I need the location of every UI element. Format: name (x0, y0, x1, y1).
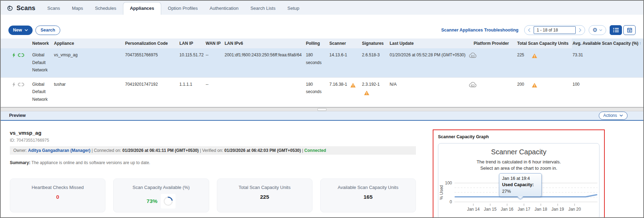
owner-link[interactable]: Aditya Gangadharan (Manager) (28, 148, 90, 153)
card-label: Heartbeat Checks Missed (10, 185, 105, 190)
tab-appliances[interactable]: Appliances (123, 2, 161, 15)
card-label: Scan Capacity Available (%) (114, 185, 208, 190)
summary-line: Summary: The appliance is online and its… (10, 160, 424, 165)
troubleshooting-link[interactable]: Scanner Appliances Troubleshooting (441, 28, 518, 33)
tab-setup[interactable]: Setup (282, 2, 304, 15)
table-row-vs-vmsp-ag[interactable]: Global Default Network vs_vmsp_ag 704735… (1, 48, 643, 77)
chart-plot-area[interactable]: Jan 16 at 19:4 Used Capacity: 27% 1000% … (438, 173, 600, 216)
app-header: Scans Scans Maps Schedules Appliances Op… (1, 1, 643, 15)
svg-text:100: 100 (445, 181, 452, 185)
panel-splitter[interactable] (1, 107, 643, 111)
svg-text:% Used: % Used (439, 185, 444, 200)
verified-on-label: Verified on: (202, 148, 223, 153)
summary-text: The appliance is online and its software… (32, 160, 150, 165)
gear-icon: ⚙ (592, 27, 597, 33)
svg-text:Jan 15: Jan 15 (484, 207, 496, 212)
tab-authentication[interactable]: Authentication (204, 2, 244, 15)
column-signatures[interactable]: Signatures (361, 38, 389, 48)
tab-search-lists[interactable]: Search Lists (245, 2, 281, 15)
cell-scanner: 7.16.38-1 (329, 77, 361, 107)
column-personalization-code[interactable]: Personalization Code (124, 38, 179, 48)
column-platform-provider[interactable]: Platform Provider (467, 38, 516, 48)
appliance-details: vs_vmsp_ag ID: 70473551766975 Owner: Adi… (1, 121, 424, 218)
card-label: Available Scan Capacity Units (321, 185, 416, 190)
pagination-prev-icon[interactable] (525, 28, 534, 32)
svg-text:Jan 17: Jan 17 (518, 207, 530, 212)
separator: | (200, 148, 201, 153)
list-view-button[interactable] (610, 25, 622, 35)
red-annotation-box: Scanner Capacity Graph Scanner Capacity … (433, 129, 605, 218)
tab-scans[interactable]: Scans (42, 2, 65, 15)
column-appliance[interactable]: Appliance (53, 38, 124, 48)
table-row-tushar[interactable]: Global Default Network tushar 7041920174… (1, 77, 643, 107)
appliance-online-bolt-icon (12, 51, 15, 59)
cloud-provider-icon (469, 82, 477, 87)
scanner-capacity-chart-card: Scanner Capacity The trend is calculated… (438, 143, 600, 218)
warning-icon (532, 82, 537, 89)
cell-personalization-code: 70419201747192 (124, 77, 179, 107)
column-avg-label: Avg. Available Scan Capacity (%) (573, 41, 638, 46)
appliance-offline-bolt-icon (12, 81, 15, 89)
tab-bar: Scans Maps Schedules Appliances Option P… (42, 2, 304, 15)
cloud-provider-icon (469, 52, 477, 57)
column-icons (1, 38, 32, 48)
cell-network: Global Default Network (32, 48, 53, 77)
pagination-next-icon[interactable] (576, 28, 585, 32)
calendar-view-icon (627, 28, 632, 33)
search-button[interactable]: Search (35, 26, 61, 35)
appliances-table: Network Appliance Personalization Code L… (1, 38, 643, 107)
column-lan-ipv6[interactable]: LAN IPv6 (224, 38, 305, 48)
settings-gear-button[interactable]: ⚙ (589, 25, 606, 35)
app-window: Scans Scans Maps Schedules Appliances Op… (0, 0, 644, 218)
column-avg-available-capacity[interactable]: Avg. Available Scan Capacity (%)↑ (572, 38, 643, 48)
appliance-id: ID: 70473551766975 (10, 138, 424, 143)
column-lan-ip[interactable]: LAN IP (179, 38, 205, 48)
connected-on-label: Connected on: (94, 148, 121, 153)
cell-lan-ipv6: 2001:df1:f600:2433:250:56ff:feaa:6fa8/64 (224, 48, 305, 77)
cell-wan-ip: -- (205, 77, 224, 107)
scans-logo-icon (6, 5, 14, 12)
new-button[interactable]: New (8, 26, 33, 35)
warning-icon (364, 89, 388, 97)
svg-text:Jan 19: Jan 19 (551, 207, 564, 212)
svg-text:0: 0 (450, 199, 452, 204)
warning-icon (350, 82, 356, 89)
stat-cards: Heartbeat Checks Missed 0 Scan Capacity … (10, 178, 416, 212)
tab-schedules[interactable]: Schedules (90, 2, 122, 15)
svg-text:Jan 16: Jan 16 (501, 207, 513, 212)
status-badge: Connected (304, 148, 326, 153)
splitter-drag-handle[interactable] (317, 108, 327, 111)
cell-polling: 180 seconds (305, 77, 329, 107)
appliance-link-icon (18, 51, 25, 59)
tab-maps[interactable]: Maps (67, 2, 88, 15)
pagination-range-input[interactable]: 1 - 18 of 18 (534, 26, 576, 34)
brand: Scans (1, 5, 42, 15)
column-last-update[interactable]: Last Update (389, 38, 467, 48)
actions-button[interactable]: Actions (599, 112, 628, 120)
scanner-version-value: 7.16.38-1 (329, 82, 347, 87)
card-heartbeat-checks-missed: Heartbeat Checks Missed 0 (10, 178, 105, 212)
summary-label: Summary: (10, 160, 30, 165)
list-view-icon (613, 28, 619, 32)
calendar-view-button[interactable] (623, 25, 636, 35)
toolbar-right: Scanner Appliances Troubleshooting 1 - 1… (441, 25, 636, 35)
tab-option-profiles[interactable]: Option Profiles (163, 2, 203, 15)
table-header-row: Network Appliance Personalization Code L… (1, 38, 643, 48)
column-wan-ip[interactable]: WAN IP (205, 38, 224, 48)
column-network[interactable]: Network (32, 38, 53, 48)
chart-subtitle: The trend is calculated in 6 hour interv… (438, 159, 599, 172)
preview-title: Preview (9, 113, 26, 118)
svg-text:Jan 14: Jan 14 (467, 207, 480, 212)
column-total-scan-capacity[interactable]: Total Scan Capacity Units (516, 38, 572, 48)
svg-text:Jan 20: Jan 20 (568, 207, 581, 212)
tooltip-date: Jan 16 at 19:4 (502, 175, 539, 182)
new-button-label: New (13, 28, 22, 33)
card-scan-capacity-available: Scan Capacity Available (%) 73% (113, 178, 209, 212)
cell-signatures: 2.6.518-3 (361, 48, 389, 77)
card-value: 165 (321, 194, 416, 200)
cell-total-units: 200 (516, 77, 572, 107)
column-scanner[interactable]: Scanner (329, 38, 361, 48)
cell-wan-ip: -- (205, 48, 224, 77)
column-polling[interactable]: Polling (305, 38, 329, 48)
card-value: 73% (146, 198, 157, 204)
